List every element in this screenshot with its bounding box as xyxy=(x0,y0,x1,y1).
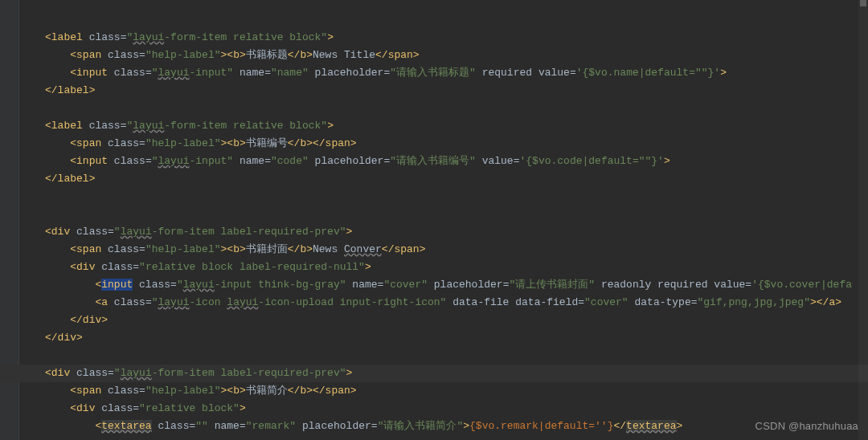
code-line[interactable]: <span class="help-label"><b>书籍封面</b>News… xyxy=(19,241,868,259)
code-editor[interactable]: <label class="layui-form-item relative b… xyxy=(19,0,868,435)
code-line[interactable]: <span class="help-label"><b>书籍编号</b></sp… xyxy=(19,135,868,153)
code-line[interactable]: <input class="layui-input" name="code" p… xyxy=(19,153,868,170)
code-line[interactable]: <div class="relative block label-require… xyxy=(19,259,868,276)
code-line[interactable]: </label> xyxy=(19,170,868,188)
scrollbar-vertical[interactable] xyxy=(858,0,868,440)
code-line[interactable]: <a class="layui-icon layui-icon-upload i… xyxy=(19,294,868,312)
code-line[interactable]: <div class="layui-form-item label-requir… xyxy=(19,365,868,382)
code-line[interactable]: <textarea class="" name="remark" placeho… xyxy=(19,418,868,435)
watermark: CSDN @hanzhuhuaa xyxy=(755,418,858,435)
code-line[interactable]: <span class="help-label"><b>书籍标题</b>News… xyxy=(19,47,868,64)
code-line[interactable] xyxy=(19,347,868,365)
code-line[interactable]: <div class="relative block"> xyxy=(19,400,868,418)
code-line[interactable] xyxy=(19,188,868,206)
code-line[interactable]: <input class="layui-input" name="name" p… xyxy=(19,64,868,82)
code-line[interactable] xyxy=(19,11,868,29)
code-line[interactable]: </div> xyxy=(19,312,868,329)
code-line[interactable]: <label class="layui-form-item relative b… xyxy=(19,117,868,135)
code-line[interactable]: <input class="layui-input think-bg-gray"… xyxy=(19,276,868,294)
code-line[interactable]: </div> xyxy=(19,329,868,347)
code-line[interactable] xyxy=(19,206,868,223)
code-line[interactable]: <span class="help-label"><b>书籍简介</b></sp… xyxy=(19,382,868,400)
code-line[interactable]: <label class="layui-form-item relative b… xyxy=(19,29,868,47)
code-line[interactable] xyxy=(19,100,868,117)
code-line[interactable]: </label> xyxy=(19,82,868,100)
code-line[interactable]: <div class="layui-form-item label-requir… xyxy=(19,223,868,241)
scrollbar-thumb[interactable] xyxy=(860,0,866,6)
